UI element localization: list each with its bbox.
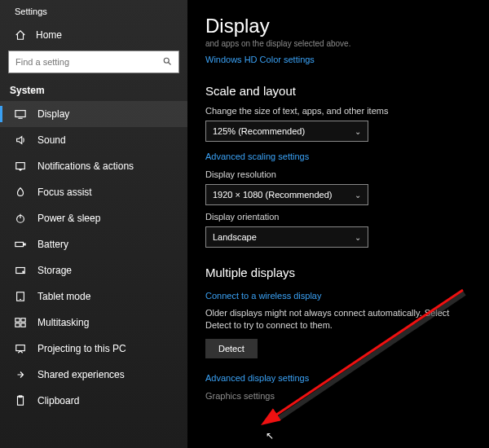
connect-wireless-display-link[interactable]: Connect to a wireless display	[205, 291, 321, 301]
sidebar-item-label: Notifications & actions	[37, 160, 134, 172]
advanced-scaling-link[interactable]: Advanced scaling settings	[205, 152, 309, 161]
focus-assist-icon	[15, 187, 26, 198]
shared-icon	[15, 369, 26, 380]
page-title: Display	[205, 15, 471, 37]
sidebar-item-notifications[interactable]: Notifications & actions	[0, 153, 187, 179]
chevron-down-icon: ⌄	[355, 233, 361, 242]
multiple-displays-heading: Multiple displays	[205, 266, 471, 279]
chevron-down-icon: ⌄	[355, 191, 361, 200]
chevron-down-icon: ⌄	[355, 127, 361, 136]
scale-layout-heading: Scale and layout	[205, 84, 471, 98]
sidebar-item-focus-assist[interactable]: Focus assist	[0, 179, 187, 205]
sidebar-item-shared-experiences[interactable]: Shared experiences	[0, 362, 187, 388]
storage-icon	[15, 265, 26, 276]
sidebar-nav: Display Sound Notifications & actions Fo…	[0, 101, 187, 414]
svg-rect-4	[16, 163, 25, 169]
sidebar-item-label: Battery	[37, 239, 68, 250]
window-title: Settings	[0, 7, 187, 23]
svg-rect-13	[15, 318, 20, 322]
sidebar-item-display[interactable]: Display	[0, 101, 187, 127]
sidebar-item-projecting[interactable]: Projecting to this PC	[0, 336, 187, 362]
page-subtext: and apps on the display selected above.	[205, 39, 471, 48]
sidebar-item-label: Focus assist	[37, 187, 92, 198]
multitasking-icon	[15, 317, 26, 328]
orientation-value: Landscape	[213, 232, 257, 242]
svg-rect-2	[15, 111, 25, 117]
svg-rect-15	[15, 323, 20, 327]
battery-icon	[15, 239, 26, 250]
sidebar-item-sound[interactable]: Sound	[0, 127, 187, 153]
tablet-icon	[15, 291, 26, 302]
home-icon	[15, 29, 26, 41]
sidebar-item-power-sleep[interactable]: Power & sleep	[0, 205, 187, 231]
svg-rect-7	[15, 242, 24, 246]
clipboard-icon	[15, 395, 26, 406]
sidebar-item-tablet-mode[interactable]: Tablet mode	[0, 283, 187, 310]
sidebar-item-label: Display	[37, 108, 69, 120]
hd-color-settings-link[interactable]: Windows HD Color settings	[205, 55, 315, 64]
text-size-label: Change the size of text, apps, and other…	[205, 106, 471, 116]
graphics-settings-link[interactable]: Graphics settings	[205, 391, 471, 401]
text-size-select[interactable]: 125% (Recommended) ⌄	[205, 121, 368, 142]
cursor-icon: ↖	[266, 430, 274, 441]
notifications-icon	[15, 160, 26, 172]
sidebar-item-multitasking[interactable]: Multitasking	[0, 310, 187, 336]
power-icon	[15, 213, 26, 224]
svg-rect-17	[16, 345, 25, 351]
sidebar-item-label: Tablet mode	[37, 291, 90, 302]
svg-rect-8	[24, 244, 25, 245]
detect-note: Older displays might not always connect …	[205, 307, 471, 332]
sidebar: Settings Home System Dis	[0, 0, 187, 448]
sidebar-section: System	[0, 81, 187, 101]
sidebar-item-label: Projecting to this PC	[37, 343, 126, 354]
resolution-select[interactable]: 1920 × 1080 (Recommended) ⌄	[205, 184, 368, 205]
home-button[interactable]: Home	[0, 23, 187, 47]
main-content: Display and apps on the display selected…	[187, 0, 489, 448]
search-input[interactable]	[8, 51, 179, 73]
sidebar-item-label: Sound	[37, 134, 66, 146]
svg-rect-16	[21, 323, 25, 327]
resolution-value: 1920 × 1080 (Recommended)	[213, 190, 332, 200]
svg-point-0	[164, 58, 169, 63]
svg-line-1	[169, 62, 171, 64]
svg-point-10	[23, 271, 24, 272]
sidebar-item-label: Shared experiences	[37, 369, 125, 380]
projecting-icon	[15, 343, 26, 354]
sidebar-item-battery[interactable]: Battery	[0, 231, 187, 257]
sidebar-item-label: Clipboard	[37, 395, 79, 406]
home-label: Home	[36, 29, 62, 41]
sidebar-item-storage[interactable]: Storage	[0, 257, 187, 283]
sidebar-item-label: Multitasking	[37, 317, 89, 328]
sidebar-item-label: Power & sleep	[37, 213, 100, 224]
sidebar-item-label: Storage	[37, 265, 72, 276]
orientation-label: Display orientation	[205, 212, 471, 222]
sound-icon	[15, 134, 26, 146]
sidebar-item-clipboard[interactable]: Clipboard	[0, 388, 187, 414]
search-field[interactable]	[15, 57, 162, 67]
svg-rect-14	[21, 318, 25, 322]
detect-button[interactable]: Detect	[205, 339, 258, 358]
orientation-select[interactable]: Landscape ⌄	[205, 226, 368, 248]
display-icon	[15, 108, 26, 120]
text-size-value: 125% (Recommended)	[213, 126, 305, 136]
resolution-label: Display resolution	[205, 169, 471, 179]
advanced-display-settings-link[interactable]: Advanced display settings	[205, 373, 309, 383]
search-icon	[162, 56, 172, 68]
svg-rect-18	[18, 397, 24, 406]
settings-window: Settings Home System Dis	[0, 0, 489, 448]
